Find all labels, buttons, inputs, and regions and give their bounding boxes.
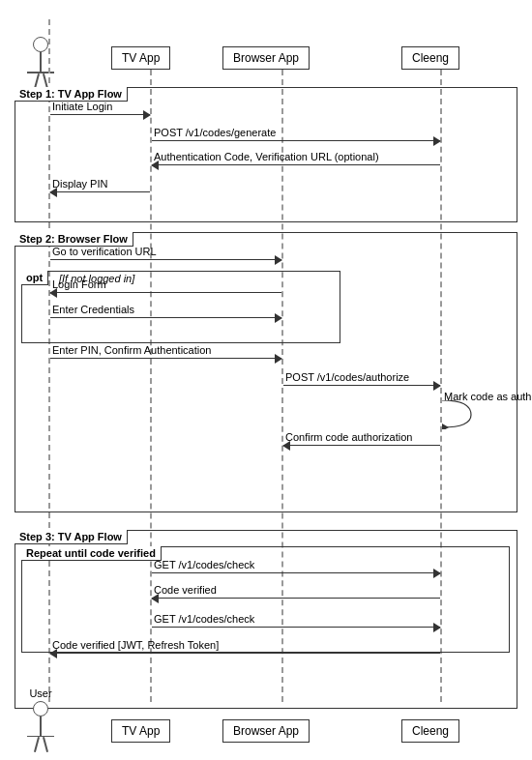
cleeng-bottom: Cleeng — [401, 719, 459, 743]
step3-label: Step 3: TV App Flow — [15, 530, 128, 544]
tvapp-bottom: TV App — [111, 719, 170, 743]
label-display-pin: Display PIN — [52, 178, 107, 190]
arrow-post-authorize: POST /v1/codes/authorize — [283, 385, 440, 386]
arrow-goto-url: Go to verification URL — [50, 259, 281, 260]
browserapp-bottom: Browser App — [222, 719, 310, 743]
label-login-form: Login Form — [52, 278, 106, 290]
browserapp-header: Browser App — [222, 46, 310, 70]
svg-marker-0 — [442, 424, 449, 429]
sequence-diagram: User TV App Browser App Cleeng Step 1: T… — [0, 0, 532, 760]
arrow-code-verified-jwt: Code verified [JWT, Refresh Token] — [50, 653, 440, 654]
tvapp-bottom-box: TV App — [111, 719, 170, 743]
loop-label: Repeat until code verified — [21, 546, 162, 561]
cleeng-box: Cleeng — [401, 46, 459, 70]
arrow-post-generate: POST /v1/codes/generate — [152, 140, 440, 141]
actor-user-bottom: User — [27, 687, 54, 753]
label-enter-creds: Enter Credentials — [52, 304, 134, 315]
tvapp-header: TV App — [111, 46, 170, 70]
arrow-get-check-1: GET /v1/codes/check — [152, 572, 440, 573]
arrow-enter-creds: Enter Credentials — [50, 317, 281, 318]
step1-label: Step 1: TV App Flow — [15, 87, 128, 102]
arrow-code-verified-1: Code verified — [152, 598, 440, 599]
label-post-authorize: POST /v1/codes/authorize — [285, 371, 409, 383]
cleeng-header: Cleeng — [401, 46, 459, 70]
cleeng-bottom-box: Cleeng — [401, 719, 459, 743]
arrow-display-pin: Display PIN — [50, 191, 150, 192]
browserapp-bottom-box: Browser App — [222, 719, 310, 743]
label-code-verified-1: Code verified — [154, 584, 217, 596]
label-confirm-auth: Confirm code authorization — [285, 431, 412, 443]
label-auth-code: Authentication Code, Verification URL (o… — [154, 151, 379, 162]
label-get-check-2: GET /v1/codes/check — [154, 613, 254, 625]
step2-label: Step 2: Browser Flow — [15, 232, 133, 247]
arrow-confirm-auth: Confirm code authorization — [283, 445, 440, 446]
label-enter-pin: Enter PIN, Confirm Authentication — [52, 344, 211, 356]
arrow-auth-code: Authentication Code, Verification URL (o… — [152, 164, 440, 165]
arrow-login-form: Login Form — [50, 292, 281, 293]
arrow-initiate-login: Initiate Login — [50, 114, 150, 115]
label-goto-url: Go to verification URL — [52, 246, 157, 257]
opt-label: opt — [21, 271, 48, 285]
tvapp-box: TV App — [111, 46, 170, 70]
arrow-get-check-2: GET /v1/codes/check — [152, 627, 440, 628]
label-post-generate: POST /v1/codes/generate — [154, 127, 276, 138]
loop-frame: Repeat until code verified — [21, 546, 510, 653]
label-get-check-1: GET /v1/codes/check — [154, 559, 254, 570]
label-initiate-login: Initiate Login — [52, 101, 112, 112]
actor-user-bottom-label: User — [29, 687, 51, 699]
label-code-verified-jwt: Code verified [JWT, Refresh Token] — [52, 639, 219, 651]
arrow-enter-pin: Enter PIN, Confirm Authentication — [50, 358, 281, 359]
browserapp-box: Browser App — [222, 46, 310, 70]
